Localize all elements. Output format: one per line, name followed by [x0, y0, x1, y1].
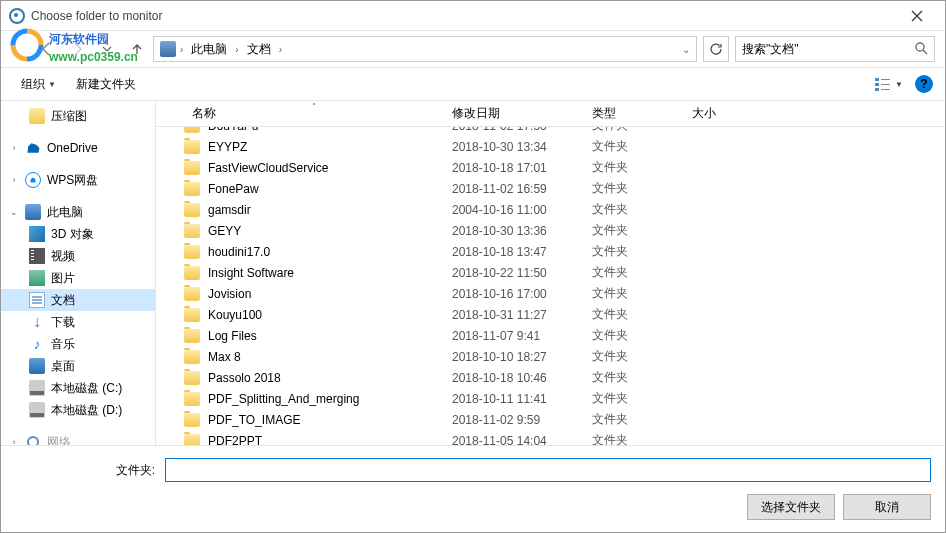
file-rows[interactable]: DouYaPu2018-11-02 17:56文件夹EYYPZ2018-10-3… — [156, 127, 945, 445]
tree-label: 压缩图 — [51, 108, 87, 125]
doc-icon — [29, 292, 45, 308]
file-date: 2018-11-07 9:41 — [452, 329, 592, 343]
music-icon: ♪ — [29, 336, 45, 352]
tree-item-obj3d[interactable]: 3D 对象 — [1, 223, 155, 245]
tree-label: 文档 — [51, 292, 75, 309]
file-name: FonePaw — [208, 182, 452, 196]
search-placeholder: 搜索"文档" — [742, 41, 799, 58]
breadcrumb[interactable]: › 此电脑 › 文档 › ⌄ — [153, 36, 697, 62]
list-item[interactable]: PDF_TO_IMAGE2018-11-02 9:59文件夹 — [156, 409, 945, 430]
folder-icon — [184, 308, 200, 322]
list-item[interactable]: DouYaPu2018-11-02 17:56文件夹 — [156, 127, 945, 136]
list-item[interactable]: EYYPZ2018-10-30 13:34文件夹 — [156, 136, 945, 157]
view-mode-button[interactable]: ▼ — [875, 73, 903, 95]
tree-item-music[interactable]: ♪音乐 — [1, 333, 155, 355]
bottom-panel: 文件夹: 选择文件夹 取消 — [1, 445, 945, 532]
nav-up-button[interactable] — [127, 39, 147, 59]
tree-item-video[interactable]: 视频 — [1, 245, 155, 267]
list-item[interactable]: Log Files2018-11-07 9:41文件夹 — [156, 325, 945, 346]
tree-item-doc[interactable]: 文档 — [1, 289, 155, 311]
nav-forward-button[interactable] — [67, 39, 87, 59]
help-icon: ? — [920, 77, 927, 91]
select-folder-button[interactable]: 选择文件夹 — [747, 494, 835, 520]
search-input[interactable]: 搜索"文档" — [735, 36, 935, 62]
tree-item-onedrive[interactable]: ›OneDrive — [1, 137, 155, 159]
organize-button[interactable]: 组织▼ — [13, 72, 64, 97]
close-button[interactable] — [897, 2, 937, 30]
file-name: PDF_TO_IMAGE — [208, 413, 452, 427]
close-icon — [911, 10, 923, 22]
tree-label: 3D 对象 — [51, 226, 94, 243]
folder-icon — [184, 329, 200, 343]
svg-rect-4 — [881, 84, 890, 85]
arrow-up-icon — [129, 41, 145, 57]
tree-label: 此电脑 — [47, 204, 83, 221]
list-item[interactable]: FonePaw2018-11-02 16:59文件夹 — [156, 178, 945, 199]
tree-item-pc[interactable]: ⌄此电脑 — [1, 201, 155, 223]
column-name[interactable]: 名称˄ — [184, 101, 444, 126]
obj3d-icon — [29, 226, 45, 242]
expand-icon[interactable]: › — [9, 175, 19, 185]
folder-tree[interactable]: 压缩图›OneDrive›WPS网盘⌄此电脑3D 对象视频图片文档↓下载♪音乐桌… — [1, 101, 156, 445]
list-item[interactable]: Jovision2018-10-16 17:00文件夹 — [156, 283, 945, 304]
new-folder-button[interactable]: 新建文件夹 — [68, 72, 144, 97]
tree-label: WPS网盘 — [47, 172, 98, 189]
tree-label: OneDrive — [47, 141, 98, 155]
file-name: Log Files — [208, 329, 452, 343]
file-name: Jovision — [208, 287, 452, 301]
tree-item-disk[interactable]: 本地磁盘 (C:) — [1, 377, 155, 399]
column-modified[interactable]: 修改日期 — [444, 101, 584, 126]
tree-item-disk[interactable]: 本地磁盘 (D:) — [1, 399, 155, 421]
list-item[interactable]: PDF_Splitting_And_merging2018-10-11 11:4… — [156, 388, 945, 409]
tree-label: 桌面 — [51, 358, 75, 375]
list-item[interactable]: Passolo 20182018-10-18 10:46文件夹 — [156, 367, 945, 388]
list-item[interactable]: houdini17.02018-10-18 13:47文件夹 — [156, 241, 945, 262]
nav-back-button[interactable] — [37, 39, 57, 59]
tree-item-pic[interactable]: 图片 — [1, 267, 155, 289]
video-icon — [29, 248, 45, 264]
file-date: 2018-10-16 17:00 — [452, 287, 592, 301]
svg-point-0 — [916, 43, 924, 51]
refresh-button[interactable] — [703, 36, 729, 62]
expand-icon[interactable]: › — [9, 143, 19, 153]
list-item[interactable]: Insight Software2018-10-22 11:50文件夹 — [156, 262, 945, 283]
list-item[interactable]: Max 82018-10-10 18:27文件夹 — [156, 346, 945, 367]
tree-label: 本地磁盘 (C:) — [51, 380, 122, 397]
nav-recent-button[interactable] — [97, 39, 117, 59]
file-date: 2018-11-05 14:04 — [452, 434, 592, 446]
file-date: 2018-10-11 11:41 — [452, 392, 592, 406]
column-type[interactable]: 类型 — [584, 101, 684, 126]
expand-icon[interactable]: › — [9, 437, 19, 445]
folder-icon — [184, 203, 200, 217]
chevron-down-icon[interactable]: ⌄ — [682, 44, 690, 55]
list-item[interactable]: GEYY2018-10-30 13:36文件夹 — [156, 220, 945, 241]
column-size[interactable]: 大小 — [684, 101, 764, 126]
file-date: 2018-11-02 9:59 — [452, 413, 592, 427]
crumb-seg-pc[interactable]: 此电脑 — [187, 41, 231, 58]
folder-icon — [184, 140, 200, 154]
file-type: 文件夹 — [592, 201, 692, 218]
list-item[interactable]: FastViewCloudService2018-10-18 17:01文件夹 — [156, 157, 945, 178]
crumb-seg-docs[interactable]: 文档 — [243, 41, 275, 58]
list-item[interactable]: gamsdir2004-10-16 11:00文件夹 — [156, 199, 945, 220]
file-date: 2018-11-02 17:56 — [452, 127, 592, 133]
tree-item-desktop[interactable]: 桌面 — [1, 355, 155, 377]
tree-item-net[interactable]: ›网络 — [1, 431, 155, 445]
folder-icon — [184, 434, 200, 446]
list-item[interactable]: PDF2PPT2018-11-05 14:04文件夹 — [156, 430, 945, 445]
folder-name-input[interactable] — [165, 458, 931, 482]
tree-label: 视频 — [51, 248, 75, 265]
tree-item-dl[interactable]: ↓下载 — [1, 311, 155, 333]
folder-icon — [184, 127, 200, 133]
expand-icon[interactable]: ⌄ — [9, 207, 19, 217]
file-type: 文件夹 — [592, 348, 692, 365]
file-type: 文件夹 — [592, 411, 692, 428]
cancel-button[interactable]: 取消 — [843, 494, 931, 520]
tree-item-folder[interactable]: 压缩图 — [1, 105, 155, 127]
list-item[interactable]: Kouyu1002018-10-31 11:27文件夹 — [156, 304, 945, 325]
help-button[interactable]: ? — [915, 75, 933, 93]
refresh-icon — [709, 42, 723, 56]
folder-icon — [184, 224, 200, 238]
svg-rect-1 — [875, 78, 879, 81]
tree-item-wps[interactable]: ›WPS网盘 — [1, 169, 155, 191]
